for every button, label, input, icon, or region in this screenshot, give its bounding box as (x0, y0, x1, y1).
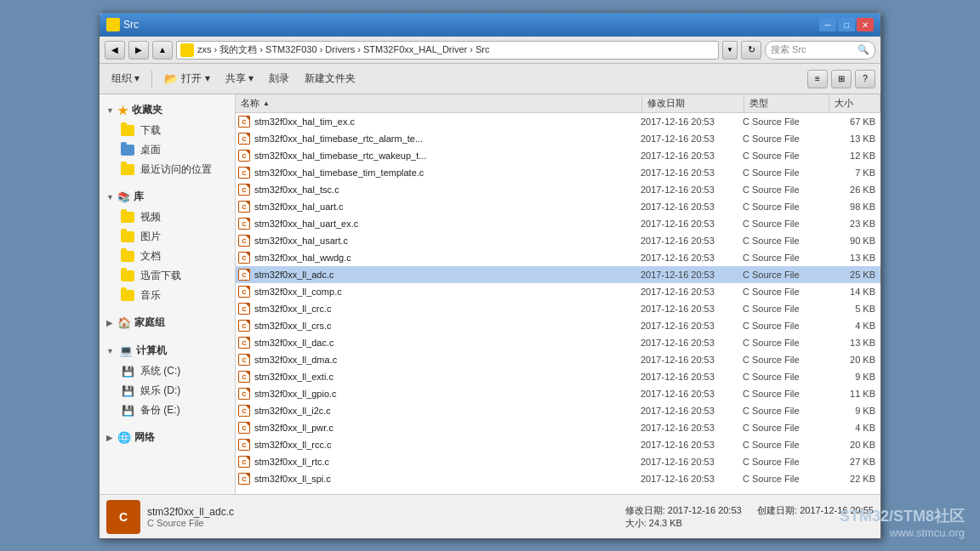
libraries-heading[interactable]: ▼ 📚 库 (100, 186, 235, 207)
file-type: C Source File (743, 168, 828, 178)
sort-arrow: ▲ (263, 99, 270, 107)
view-list-button[interactable]: ≡ (807, 70, 828, 88)
minimize-button[interactable]: ─ (819, 18, 836, 31)
share-button[interactable]: 共享 ▾ (219, 67, 260, 91)
table-row[interactable]: C stm32f0xx_ll_pwr.c 2017-12-16 20:53 C … (236, 419, 880, 436)
sidebar-item-thunder[interactable]: 迅雷下载 (100, 266, 235, 286)
c-file-icon: C (237, 336, 251, 349)
file-name: C stm32f0xx_ll_rtc.c (237, 455, 641, 469)
forward-button[interactable]: ▶ (128, 41, 149, 60)
file-name: C stm32f0xx_hal_timebase_rtc_alarm_te... (237, 132, 641, 145)
address-field[interactable]: zxs › 我的文档 › STM32F030 › Drivers › STM32… (176, 41, 719, 60)
sidebar-item-recent[interactable]: 最近访问的位置 (100, 160, 235, 179)
table-row[interactable]: C stm32f0xx_hal_timebase_rtc_wakeup_t...… (236, 147, 880, 164)
table-row[interactable]: C stm32f0xx_ll_adc.c 2017-12-16 20:53 C … (236, 266, 880, 283)
table-row[interactable]: C stm32f0xx_ll_spi.c 2017-12-16 20:53 C … (236, 470, 880, 487)
computer-heading[interactable]: ▼ 💻 计算机 (100, 340, 235, 361)
open-label: 打开 ▾ (181, 71, 209, 86)
sidebar-item-c-drive[interactable]: 💾 系统 (C:) (100, 361, 235, 381)
refresh-button[interactable]: ↻ (741, 41, 761, 60)
table-row[interactable]: C stm32f0xx_hal_tsc.c 2017-12-16 20:53 C… (236, 181, 880, 198)
file-date: 2017-12-16 20:53 (641, 287, 743, 297)
table-row[interactable]: C stm32f0xx_hal_wwdg.c 2017-12-16 20:53 … (236, 249, 880, 266)
file-name: C stm32f0xx_ll_pwr.c (237, 421, 641, 435)
file-date: 2017-12-16 20:53 (641, 355, 743, 365)
file-date: 2017-12-16 20:53 (641, 185, 743, 195)
file-name: C stm32f0xx_ll_rcc.c (237, 438, 641, 452)
sidebar-item-e-drive[interactable]: 💾 备份 (E:) (100, 400, 235, 420)
sidebar-item-desktop[interactable]: 桌面 (100, 140, 235, 160)
table-row[interactable]: C stm32f0xx_ll_comp.c 2017-12-16 20:53 C… (236, 283, 880, 300)
table-row[interactable]: C stm32f0xx_hal_timebase_rtc_alarm_te...… (236, 130, 880, 147)
computer-icon: 💻 (119, 344, 133, 357)
table-row[interactable]: C stm32f0xx_ll_dma.c 2017-12-16 20:53 C … (236, 351, 880, 368)
up-button[interactable]: ▲ (152, 41, 173, 60)
file-size: 14 KB (828, 287, 879, 297)
file-date: 2017-12-16 20:53 (641, 457, 743, 467)
file-date: 2017-12-16 20:53 (641, 474, 743, 484)
table-row[interactable]: C stm32f0xx_ll_crc.c 2017-12-16 20:53 C … (236, 300, 880, 317)
new-folder-button[interactable]: 新建文件夹 (298, 67, 362, 91)
table-row[interactable]: C stm32f0xx_ll_rtc.c 2017-12-16 20:53 C … (236, 453, 880, 470)
sidebar-item-d-drive[interactable]: 💾 娱乐 (D:) (100, 381, 235, 400)
maximize-button[interactable]: □ (838, 18, 855, 31)
homegroup-heading[interactable]: ▶ 🏠 家庭组 (100, 312, 235, 333)
file-type: C Source File (743, 287, 828, 297)
file-type: C Source File (743, 423, 828, 433)
file-type: C Source File (743, 457, 828, 467)
column-type[interactable]: 类型 (744, 94, 829, 112)
table-row[interactable]: C stm32f0xx_hal_usart.c 2017-12-16 20:53… (236, 232, 880, 249)
homegroup-icon: 🏠 (117, 316, 131, 329)
computer-section: ▼ 💻 计算机 💾 系统 (C:) 💾 娱乐 (D:) 💾 备份 (E:) (100, 340, 235, 420)
file-name: C stm32f0xx_ll_dma.c (237, 353, 641, 366)
file-type: C Source File (743, 440, 828, 450)
sidebar-item-music[interactable]: 音乐 (100, 286, 235, 305)
sidebar-item-video[interactable]: 视频 (100, 207, 235, 227)
file-list-body[interactable]: C stm32f0xx_hal_tim_ex.c 2017-12-16 20:5… (236, 113, 880, 494)
table-row[interactable]: C stm32f0xx_hal_tim_ex.c 2017-12-16 20:5… (236, 113, 880, 130)
back-button[interactable]: ◀ (105, 41, 125, 60)
close-button[interactable]: ✕ (857, 18, 874, 31)
table-row[interactable]: C stm32f0xx_ll_rcc.c 2017-12-16 20:53 C … (236, 436, 880, 453)
table-row[interactable]: C stm32f0xx_hal_uart.c 2017-12-16 20:53 … (236, 198, 880, 215)
document-folder-icon (120, 250, 135, 264)
c-file-icon: C (237, 115, 251, 128)
table-row[interactable]: C stm32f0xx_ll_i2c.c 2017-12-16 20:53 C … (236, 402, 880, 419)
burn-button[interactable]: 刻录 (262, 67, 296, 91)
table-row[interactable]: C stm32f0xx_ll_dac.c 2017-12-16 20:53 C … (236, 334, 880, 351)
network-heading[interactable]: ▶ 🌐 网络 (100, 427, 235, 448)
libraries-label: 库 (134, 190, 144, 204)
file-type: C Source File (743, 270, 828, 280)
status-size: 大小: 24.3 KB (625, 517, 874, 530)
sidebar-item-document[interactable]: 文档 (100, 247, 235, 266)
sidebar-item-label: 娱乐 (D:) (140, 383, 180, 398)
status-modified: 修改日期: 2017-12-16 20:53 创建日期: 2017-12-16 … (625, 504, 874, 517)
table-row[interactable]: C stm32f0xx_hal_uart_ex.c 2017-12-16 20:… (236, 215, 880, 232)
column-name[interactable]: 名称 ▲ (236, 94, 642, 112)
table-row[interactable]: C stm32f0xx_ll_exti.c 2017-12-16 20:53 C… (236, 368, 880, 385)
open-button[interactable]: 📂 打开 ▾ (157, 67, 216, 91)
file-list-header: 名称 ▲ 修改日期 类型 大小 (236, 94, 880, 113)
file-name: C stm32f0xx_hal_uart_ex.c (237, 217, 641, 230)
network-label: 网络 (134, 430, 155, 445)
organize-button[interactable]: 组织 ▾ (105, 67, 146, 91)
file-name: C stm32f0xx_ll_i2c.c (237, 404, 641, 418)
sidebar-item-image[interactable]: 图片 (100, 227, 235, 247)
sidebar-item-download[interactable]: 下载 (100, 121, 235, 140)
c-file-icon: C (237, 455, 251, 469)
help-button[interactable]: ? (855, 70, 875, 88)
address-dropdown[interactable]: ▼ (722, 41, 738, 60)
view-icons-button[interactable]: ⊞ (831, 70, 852, 88)
table-row[interactable]: C stm32f0xx_ll_gpio.c 2017-12-16 20:53 C… (236, 385, 880, 402)
folder-icon (180, 43, 194, 57)
search-field[interactable]: 搜索 Src 🔍 (765, 41, 875, 60)
homegroup-label: 家庭组 (134, 315, 165, 330)
column-size[interactable]: 大小 (829, 94, 880, 112)
table-row[interactable]: C stm32f0xx_ll_crs.c 2017-12-16 20:53 C … (236, 317, 880, 334)
favorites-heading[interactable]: ▼ ★ 收藏夹 (100, 99, 235, 121)
sidebar-item-label: 备份 (E:) (140, 403, 180, 418)
sidebar-item-label: 图片 (140, 230, 161, 244)
network-icon: 🌐 (117, 431, 131, 444)
column-date[interactable]: 修改日期 (642, 94, 744, 112)
table-row[interactable]: C stm32f0xx_hal_timebase_tim_template.c … (236, 164, 880, 181)
